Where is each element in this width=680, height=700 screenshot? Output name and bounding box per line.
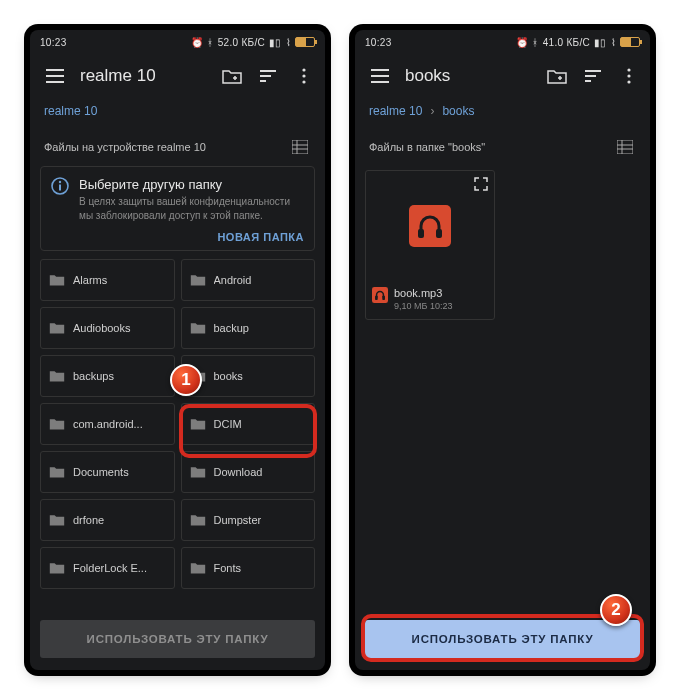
net-speed: 41.0 КБ/С bbox=[543, 37, 590, 48]
svg-rect-12 bbox=[418, 229, 424, 238]
net-speed: 52.0 КБ/С bbox=[218, 37, 265, 48]
status-time: 10:23 bbox=[40, 37, 67, 48]
svg-point-8 bbox=[627, 74, 630, 77]
file-meta: 9,10 МБ 10:23 bbox=[394, 301, 452, 311]
file-tile[interactable]: book.mp3 9,10 МБ 10:23 bbox=[365, 170, 495, 320]
content-area: Выберите другую папку В целях защиты ваш… bbox=[30, 166, 325, 612]
crumb-root[interactable]: realme 10 bbox=[369, 104, 422, 118]
svg-rect-15 bbox=[375, 296, 378, 300]
bluetooth-icon: ᚼ bbox=[207, 37, 213, 48]
audio-icon bbox=[372, 287, 388, 303]
phone-left: 10:23 ⏰ ᚼ 52.0 КБ/С ▮▯ ⌇ realme 10 realm… bbox=[30, 30, 325, 670]
svg-rect-6 bbox=[59, 185, 61, 191]
sort-icon[interactable] bbox=[582, 65, 604, 87]
use-folder-button[interactable]: ИСПОЛЬЗОВАТЬ ЭТУ ПАПКУ bbox=[365, 620, 640, 658]
status-icons: ⏰ ᚼ 52.0 КБ/С ▮▯ ⌇ bbox=[191, 37, 315, 48]
status-bar: 10:23 ⏰ ᚼ 52.0 КБ/С ▮▯ ⌇ bbox=[30, 30, 325, 54]
info-icon bbox=[51, 177, 69, 222]
svg-rect-16 bbox=[382, 296, 385, 300]
svg-point-0 bbox=[302, 68, 305, 71]
menu-icon[interactable] bbox=[44, 65, 66, 87]
app-title: realme 10 bbox=[80, 66, 207, 86]
chevron-right-icon: › bbox=[430, 104, 434, 118]
notice-body: В целях защиты вашей конфиденциальности … bbox=[79, 195, 304, 222]
fullscreen-icon[interactable] bbox=[474, 177, 488, 191]
alarm-icon: ⏰ bbox=[516, 37, 528, 48]
battery-icon bbox=[620, 37, 640, 47]
audio-icon bbox=[409, 205, 451, 247]
svg-point-5 bbox=[59, 181, 61, 183]
use-folder-label: ИСПОЛЬЗОВАТЬ ЭТУ ПАПКУ bbox=[412, 633, 594, 645]
app-bar: realme 10 bbox=[30, 54, 325, 98]
view-toggle-icon[interactable] bbox=[289, 136, 311, 158]
warning-card: Выберите другую папку В целях защиты ваш… bbox=[40, 166, 315, 251]
folder-item[interactable]: Download bbox=[181, 451, 316, 493]
folder-grid: AlarmsAndroidAudiobooksbackupbackupsbook… bbox=[40, 259, 315, 589]
use-folder-label: ИСПОЛЬЗОВАТЬ ЭТУ ПАПКУ bbox=[87, 633, 269, 645]
svg-rect-11 bbox=[409, 205, 451, 247]
section-header: Файлы на устройстве realme 10 bbox=[30, 128, 325, 166]
folder-item[interactable]: Audiobooks bbox=[40, 307, 175, 349]
section-header: Файлы в папке "books" bbox=[355, 128, 650, 166]
folder-item[interactable]: Documents bbox=[40, 451, 175, 493]
svg-rect-10 bbox=[617, 140, 633, 154]
content-area: book.mp3 9,10 МБ 10:23 bbox=[355, 166, 650, 612]
folder-item[interactable]: backup bbox=[181, 307, 316, 349]
use-folder-button: ИСПОЛЬЗОВАТЬ ЭТУ ПАПКУ bbox=[40, 620, 315, 658]
svg-point-1 bbox=[302, 74, 305, 77]
svg-rect-3 bbox=[292, 140, 308, 154]
folder-item[interactable]: Fonts bbox=[181, 547, 316, 589]
app-title: books bbox=[405, 66, 532, 86]
signal-icon: ▮▯ bbox=[594, 37, 607, 48]
folder-item[interactable]: FolderLock E... bbox=[40, 547, 175, 589]
folder-item[interactable]: backups bbox=[40, 355, 175, 397]
breadcrumb[interactable]: realme 10 bbox=[30, 98, 325, 128]
new-folder-button[interactable]: НОВАЯ ПАПКА bbox=[217, 231, 304, 243]
section-title: Файлы в папке "books" bbox=[369, 141, 485, 153]
folder-item[interactable]: com.android... bbox=[40, 403, 175, 445]
signal-icon: ▮▯ bbox=[269, 37, 282, 48]
section-title: Файлы на устройстве realme 10 bbox=[44, 141, 206, 153]
phone-right: 10:23 ⏰ ᚼ 41.0 КБ/С ▮▯ ⌇ books realme 10… bbox=[355, 30, 650, 670]
overflow-icon[interactable] bbox=[618, 65, 640, 87]
new-folder-icon[interactable] bbox=[546, 65, 568, 87]
status-time: 10:23 bbox=[365, 37, 392, 48]
folder-item[interactable]: DCIM bbox=[181, 403, 316, 445]
svg-point-9 bbox=[627, 80, 630, 83]
battery-icon bbox=[295, 37, 315, 47]
new-folder-icon[interactable] bbox=[221, 65, 243, 87]
bluetooth-icon: ᚼ bbox=[532, 37, 538, 48]
folder-item[interactable]: Alarms bbox=[40, 259, 175, 301]
folder-item[interactable]: Android bbox=[181, 259, 316, 301]
notice-title: Выберите другую папку bbox=[79, 177, 304, 192]
folder-item[interactable]: drfone bbox=[40, 499, 175, 541]
crumb-root[interactable]: realme 10 bbox=[44, 104, 97, 118]
folder-item[interactable]: Dumpster bbox=[181, 499, 316, 541]
file-thumbnail bbox=[366, 171, 494, 281]
svg-rect-14 bbox=[372, 287, 388, 303]
wifi-icon: ⌇ bbox=[611, 37, 616, 48]
folder-item[interactable]: books bbox=[181, 355, 316, 397]
file-name: book.mp3 bbox=[394, 287, 452, 299]
breadcrumb[interactable]: realme 10 › books bbox=[355, 98, 650, 128]
status-bar: 10:23 ⏰ ᚼ 41.0 КБ/С ▮▯ ⌇ bbox=[355, 30, 650, 54]
app-bar: books bbox=[355, 54, 650, 98]
svg-point-7 bbox=[627, 68, 630, 71]
status-icons: ⏰ ᚼ 41.0 КБ/С ▮▯ ⌇ bbox=[516, 37, 640, 48]
menu-icon[interactable] bbox=[369, 65, 391, 87]
alarm-icon: ⏰ bbox=[191, 37, 203, 48]
sort-icon[interactable] bbox=[257, 65, 279, 87]
svg-rect-13 bbox=[436, 229, 442, 238]
crumb-current[interactable]: books bbox=[442, 104, 474, 118]
svg-point-2 bbox=[302, 80, 305, 83]
view-toggle-icon[interactable] bbox=[614, 136, 636, 158]
wifi-icon: ⌇ bbox=[286, 37, 291, 48]
overflow-icon[interactable] bbox=[293, 65, 315, 87]
